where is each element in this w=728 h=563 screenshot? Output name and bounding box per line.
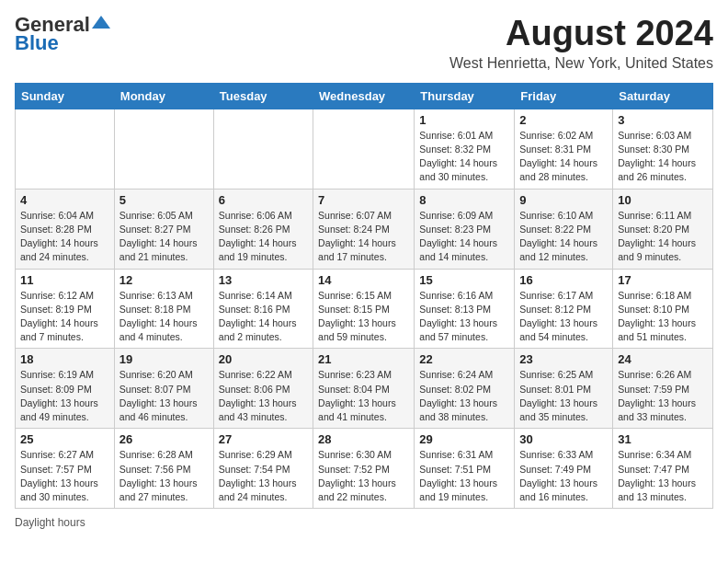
day-number: 9 <box>519 193 608 207</box>
calendar-week-5: 25Sunrise: 6:27 AMSunset: 7:57 PMDayligh… <box>16 429 713 509</box>
day-info: Sunrise: 6:13 AMSunset: 8:18 PMDaylight:… <box>119 289 209 345</box>
day-info: Sunrise: 6:34 AMSunset: 7:47 PMDaylight:… <box>618 448 708 504</box>
day-info: Sunrise: 6:16 AMSunset: 8:13 PMDaylight:… <box>419 289 509 345</box>
calendar-table: SundayMondayTuesdayWednesdayThursdayFrid… <box>15 83 713 509</box>
calendar-week-2: 4Sunrise: 6:04 AMSunset: 8:28 PMDaylight… <box>16 189 713 269</box>
logo: General Blue <box>15 15 110 53</box>
logo-icon <box>92 16 110 30</box>
table-row: 17Sunrise: 6:18 AMSunset: 8:10 PMDayligh… <box>613 269 713 349</box>
day-header-monday: Monday <box>114 83 213 109</box>
day-info: Sunrise: 6:31 AMSunset: 7:51 PMDaylight:… <box>419 448 509 504</box>
day-header-friday: Friday <box>515 83 613 109</box>
day-info: Sunrise: 6:20 AMSunset: 8:07 PMDaylight:… <box>119 368 209 424</box>
table-row: 23Sunrise: 6:25 AMSunset: 8:01 PMDayligh… <box>515 349 613 429</box>
table-row: 6Sunrise: 6:06 AMSunset: 8:26 PMDaylight… <box>213 189 313 269</box>
calendar-week-4: 18Sunrise: 6:19 AMSunset: 8:09 PMDayligh… <box>16 349 713 429</box>
day-info: Sunrise: 6:10 AMSunset: 8:22 PMDaylight:… <box>519 209 608 265</box>
table-row <box>114 109 213 189</box>
day-info: Sunrise: 6:15 AMSunset: 8:15 PMDaylight:… <box>318 289 409 345</box>
day-number: 26 <box>119 432 209 446</box>
day-number: 21 <box>318 352 409 366</box>
day-number: 4 <box>20 193 109 207</box>
table-row: 29Sunrise: 6:31 AMSunset: 7:51 PMDayligh… <box>415 429 515 509</box>
day-header-sunday: Sunday <box>16 83 115 109</box>
day-number: 22 <box>419 352 509 366</box>
day-number: 30 <box>519 432 608 446</box>
table-row: 31Sunrise: 6:34 AMSunset: 7:47 PMDayligh… <box>613 429 713 509</box>
day-number: 20 <box>219 352 308 366</box>
table-row: 11Sunrise: 6:12 AMSunset: 8:19 PMDayligh… <box>16 269 115 349</box>
table-row: 14Sunrise: 6:15 AMSunset: 8:15 PMDayligh… <box>313 269 415 349</box>
table-row: 12Sunrise: 6:13 AMSunset: 8:18 PMDayligh… <box>114 269 213 349</box>
table-row: 30Sunrise: 6:33 AMSunset: 7:49 PMDayligh… <box>515 429 613 509</box>
table-row: 24Sunrise: 6:26 AMSunset: 7:59 PMDayligh… <box>613 349 713 429</box>
days-header-row: SundayMondayTuesdayWednesdayThursdayFrid… <box>16 83 713 109</box>
day-number: 10 <box>618 193 708 207</box>
table-row: 19Sunrise: 6:20 AMSunset: 8:07 PMDayligh… <box>114 349 213 429</box>
day-info: Sunrise: 6:06 AMSunset: 8:26 PMDaylight:… <box>219 209 308 265</box>
table-row: 8Sunrise: 6:09 AMSunset: 8:23 PMDaylight… <box>415 189 515 269</box>
day-number: 14 <box>318 273 409 287</box>
table-row: 15Sunrise: 6:16 AMSunset: 8:13 PMDayligh… <box>415 269 515 349</box>
day-number: 17 <box>618 273 708 287</box>
day-number: 18 <box>20 352 109 366</box>
day-number: 31 <box>618 432 708 446</box>
svg-marker-0 <box>92 16 110 29</box>
table-row <box>213 109 313 189</box>
day-info: Sunrise: 6:28 AMSunset: 7:56 PMDaylight:… <box>119 448 209 504</box>
table-row: 4Sunrise: 6:04 AMSunset: 8:28 PMDaylight… <box>16 189 115 269</box>
table-row: 28Sunrise: 6:30 AMSunset: 7:52 PMDayligh… <box>313 429 415 509</box>
day-info: Sunrise: 6:24 AMSunset: 8:02 PMDaylight:… <box>419 368 509 424</box>
table-row: 16Sunrise: 6:17 AMSunset: 8:12 PMDayligh… <box>515 269 613 349</box>
day-number: 6 <box>219 193 308 207</box>
day-number: 19 <box>119 352 209 366</box>
day-header-saturday: Saturday <box>613 83 713 109</box>
table-row: 20Sunrise: 6:22 AMSunset: 8:06 PMDayligh… <box>213 349 313 429</box>
day-number: 2 <box>519 113 608 127</box>
table-row: 18Sunrise: 6:19 AMSunset: 8:09 PMDayligh… <box>16 349 115 429</box>
day-info: Sunrise: 6:19 AMSunset: 8:09 PMDaylight:… <box>20 368 109 424</box>
footer-note: Daylight hours <box>15 516 713 529</box>
day-info: Sunrise: 6:30 AMSunset: 7:52 PMDaylight:… <box>318 448 409 504</box>
table-row <box>16 109 115 189</box>
table-row: 7Sunrise: 6:07 AMSunset: 8:24 PMDaylight… <box>313 189 415 269</box>
day-number: 7 <box>318 193 409 207</box>
day-info: Sunrise: 6:25 AMSunset: 8:01 PMDaylight:… <box>519 368 608 424</box>
day-number: 3 <box>618 113 708 127</box>
day-info: Sunrise: 6:09 AMSunset: 8:23 PMDaylight:… <box>419 209 509 265</box>
location-text: West Henrietta, New York, United States <box>449 55 713 72</box>
calendar-week-1: 1Sunrise: 6:01 AMSunset: 8:32 PMDaylight… <box>16 109 713 189</box>
day-info: Sunrise: 6:26 AMSunset: 7:59 PMDaylight:… <box>618 368 708 424</box>
header: General Blue August 2024 West Henrietta,… <box>15 15 713 72</box>
day-info: Sunrise: 6:12 AMSunset: 8:19 PMDaylight:… <box>20 289 109 345</box>
day-info: Sunrise: 6:03 AMSunset: 8:30 PMDaylight:… <box>618 129 708 185</box>
day-header-thursday: Thursday <box>415 83 515 109</box>
table-row: 3Sunrise: 6:03 AMSunset: 8:30 PMDaylight… <box>613 109 713 189</box>
day-header-wednesday: Wednesday <box>313 83 415 109</box>
day-info: Sunrise: 6:07 AMSunset: 8:24 PMDaylight:… <box>318 209 409 265</box>
day-number: 27 <box>219 432 308 446</box>
day-info: Sunrise: 6:33 AMSunset: 7:49 PMDaylight:… <box>519 448 608 504</box>
day-number: 11 <box>20 273 109 287</box>
title-area: August 2024 West Henrietta, New York, Un… <box>449 15 713 72</box>
table-row: 10Sunrise: 6:11 AMSunset: 8:20 PMDayligh… <box>613 189 713 269</box>
day-info: Sunrise: 6:29 AMSunset: 7:54 PMDaylight:… <box>219 448 308 504</box>
day-info: Sunrise: 6:01 AMSunset: 8:32 PMDaylight:… <box>419 129 509 185</box>
day-number: 5 <box>119 193 209 207</box>
table-row <box>313 109 415 189</box>
day-number: 29 <box>419 432 509 446</box>
day-info: Sunrise: 6:18 AMSunset: 8:10 PMDaylight:… <box>618 289 708 345</box>
day-info: Sunrise: 6:02 AMSunset: 8:31 PMDaylight:… <box>519 129 608 185</box>
day-info: Sunrise: 6:27 AMSunset: 7:57 PMDaylight:… <box>20 448 109 504</box>
table-row: 5Sunrise: 6:05 AMSunset: 8:27 PMDaylight… <box>114 189 213 269</box>
logo-blue-text: Blue <box>15 33 59 53</box>
day-number: 28 <box>318 432 409 446</box>
day-number: 15 <box>419 273 509 287</box>
day-info: Sunrise: 6:11 AMSunset: 8:20 PMDaylight:… <box>618 209 708 265</box>
day-header-tuesday: Tuesday <box>213 83 313 109</box>
day-number: 25 <box>20 432 109 446</box>
day-info: Sunrise: 6:04 AMSunset: 8:28 PMDaylight:… <box>20 209 109 265</box>
day-number: 12 <box>119 273 209 287</box>
table-row: 2Sunrise: 6:02 AMSunset: 8:31 PMDaylight… <box>515 109 613 189</box>
day-info: Sunrise: 6:22 AMSunset: 8:06 PMDaylight:… <box>219 368 308 424</box>
